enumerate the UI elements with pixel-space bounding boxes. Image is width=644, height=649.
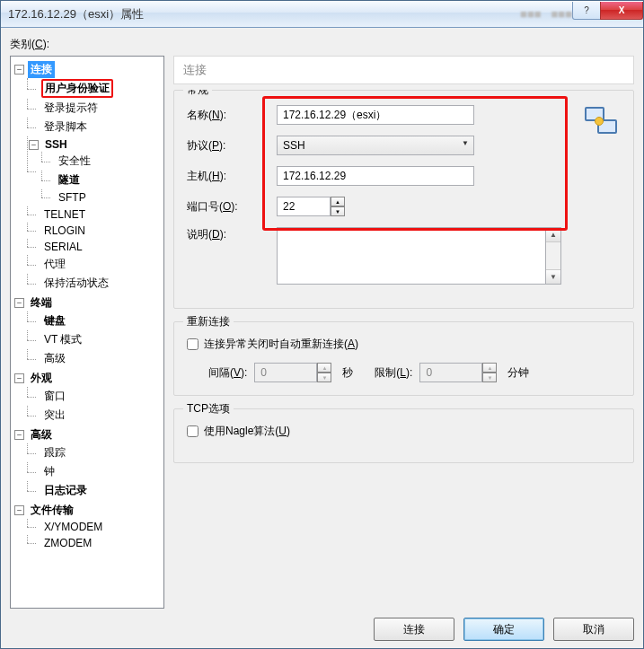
tree-serial[interactable]: SERIAL (41, 240, 85, 254)
tree-proxy[interactable]: 代理 (41, 256, 68, 273)
connect-button[interactable]: 连接 (374, 618, 454, 641)
interval-spin-down: ▼ (317, 373, 331, 382)
close-button[interactable]: X (600, 2, 643, 20)
tree-keyboard[interactable]: 键盘 (41, 312, 68, 329)
description-textarea[interactable] (277, 227, 546, 285)
limit-input (419, 363, 482, 382)
tree-advanced2[interactable]: 高级 (28, 426, 55, 443)
expand-toggle[interactable]: − (14, 430, 24, 440)
tree-keepalive[interactable]: 保持活动状态 (41, 275, 111, 292)
cancel-button[interactable]: 取消 (553, 618, 634, 641)
interval-input (254, 363, 317, 382)
textarea-scrollbar[interactable]: ▲▼ (546, 227, 561, 285)
label-interval: 间隔(V): (208, 365, 247, 381)
tree-logging[interactable]: 日志记录 (41, 482, 90, 499)
tree-file-transfer[interactable]: 文件传输 (28, 502, 76, 519)
port-spin-up[interactable]: ▲ (331, 197, 345, 206)
label-limit: 限制(L): (375, 365, 412, 381)
tree-vt-mode[interactable]: VT 模式 (41, 331, 84, 348)
expand-toggle[interactable]: − (14, 373, 24, 383)
tree-appearance[interactable]: 外观 (28, 370, 55, 387)
tree-user-auth[interactable]: 用户身份验证 (41, 79, 113, 98)
tree-connection[interactable]: 连接 (28, 61, 55, 78)
label-protocol: 协议(P): (187, 138, 277, 153)
window-title: 172.16.12.29（esxi）属性 (8, 6, 506, 22)
group-reconnect: 重新连接 连接异常关闭时自动重新连接(A) 间隔(V): ▲ ▼ (173, 321, 634, 396)
tree-zmodem[interactable]: ZMODEM (41, 536, 94, 550)
tree-window[interactable]: 窗口 (41, 388, 68, 405)
group-tcp: TCP选项 使用Nagle算法(U) (173, 408, 634, 463)
expand-toggle[interactable]: − (14, 65, 24, 75)
label-name: 名称(N): (187, 108, 277, 123)
tree-telnet[interactable]: TELNET (41, 207, 88, 222)
category-label: 类别(C): (10, 37, 634, 52)
label-description: 说明(D): (187, 227, 277, 242)
label-host: 主机(H): (187, 169, 277, 184)
expand-toggle[interactable]: − (14, 505, 24, 515)
name-input[interactable] (277, 105, 474, 125)
auto-reconnect-label: 连接异常关闭时自动重新连接(A) (204, 337, 358, 352)
tree-xymodem[interactable]: X/YMODEM (41, 520, 105, 534)
host-input[interactable] (277, 166, 474, 186)
tree-ssh-tunnel[interactable]: 隧道 (56, 171, 83, 189)
host-icon (585, 107, 621, 143)
tree-login-prompt[interactable]: 登录提示符 (41, 100, 101, 117)
label-port: 端口号(O): (187, 199, 277, 215)
protocol-select[interactable] (277, 136, 474, 155)
tree-trace[interactable]: 跟踪 (41, 444, 68, 461)
help-button[interactable]: ? (572, 2, 601, 20)
tree-ssh-security[interactable]: 安全性 (56, 153, 93, 170)
properties-dialog: 172.16.12.29（esxi）属性 ■■■ ■■■ ? X 类别(C): … (0, 0, 644, 649)
ok-button[interactable]: 确定 (463, 618, 544, 641)
tree-advanced1[interactable]: 高级 (41, 350, 68, 367)
section-title: 连接 (173, 56, 634, 84)
group-general: 常规 名称(N): 协议(P): (173, 90, 634, 309)
tree-login-script[interactable]: 登录脚本 (41, 118, 90, 136)
expand-toggle[interactable]: − (29, 140, 39, 150)
limit-spin-up: ▲ (482, 363, 497, 373)
port-input[interactable] (277, 197, 331, 216)
tree-terminal[interactable]: 终端 (28, 294, 55, 311)
tree-ssh-sftp[interactable]: SFTP (56, 190, 89, 205)
expand-toggle[interactable]: − (14, 298, 24, 308)
titlebar[interactable]: 172.16.12.29（esxi）属性 ■■■ ■■■ ? X (1, 1, 643, 28)
category-tree[interactable]: − 连接 用户身份验证 登录提示符 登录脚本 − SSH 安全性 (10, 56, 164, 609)
tree-rlogin[interactable]: RLOGIN (41, 224, 88, 238)
tree-highlight[interactable]: 突出 (41, 407, 68, 424)
port-spin-down[interactable]: ▼ (331, 206, 345, 216)
limit-spin-down: ▼ (482, 373, 497, 382)
nagle-label: 使用Nagle算法(U) (204, 424, 290, 439)
interval-spin-up: ▲ (317, 363, 331, 373)
nagle-checkbox[interactable] (187, 425, 198, 437)
tree-ssh[interactable]: SSH (42, 137, 70, 152)
auto-reconnect-checkbox[interactable] (187, 338, 198, 350)
tree-bell[interactable]: 钟 (41, 463, 57, 480)
